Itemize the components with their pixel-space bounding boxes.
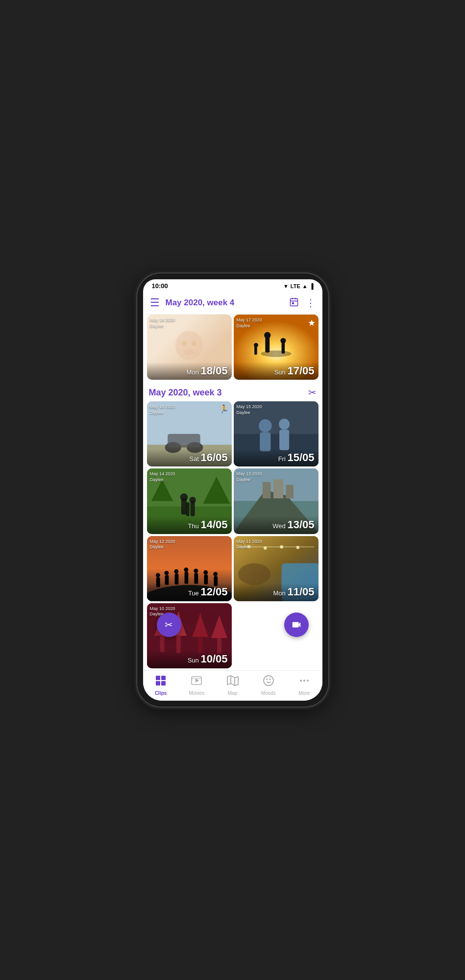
svg-point-48 — [164, 570, 169, 575]
week-title-header: May 2020, week 4 — [166, 298, 289, 308]
photo-card-thu-14[interactable]: May 14 2020 Daylee Thu 14/05 — [147, 468, 232, 534]
svg-point-52 — [184, 567, 188, 572]
svg-rect-51 — [174, 573, 178, 584]
photo-card-mon-18[interactable]: May 18 2020 Daylee Mon 18/05 — [147, 315, 232, 380]
signal-icon: ▲ — [302, 283, 308, 289]
date-big: 11/05 — [287, 586, 314, 598]
calendar-icon[interactable] — [289, 297, 299, 309]
svg-point-54 — [194, 568, 198, 573]
phone-screen: ☰ May 2020, week 4 ⋮ — [143, 292, 322, 700]
day-label: Mon — [273, 589, 286, 597]
nav-moods[interactable]: Moods — [250, 675, 286, 696]
status-icons: ▼ LTE ▲ ▐ — [283, 283, 314, 289]
day-label: Fri — [278, 455, 286, 463]
nav-movies[interactable]: Movies — [179, 675, 215, 696]
photo-meta-sun-17: May 17 2020 Daylee — [237, 318, 262, 329]
photo-card-sun-17[interactable]: ★ May 17 2020 Daylee Sun 17/05 — [234, 315, 318, 380]
svg-point-66 — [296, 545, 299, 549]
movies-label: Movies — [189, 690, 204, 696]
top-bar-icons: ⋮ — [289, 297, 316, 309]
date-big: 17/05 — [287, 365, 314, 377]
svg-point-26 — [279, 419, 290, 430]
clips-icon — [155, 675, 167, 689]
week3-header: May 2020, week 3 ✂ — [147, 382, 318, 401]
more-icon — [298, 675, 310, 689]
svg-point-87 — [303, 680, 305, 682]
fab-scissors-button[interactable]: ✂ — [157, 612, 181, 637]
top-bar: ☰ May 2020, week 4 ⋮ — [143, 292, 322, 315]
date-big: 10/05 — [200, 653, 227, 665]
wifi-icon: ▼ — [283, 283, 289, 289]
map-icon — [227, 675, 239, 689]
week3-title: May 2020, week 3 — [149, 388, 222, 398]
moods-label: Moods — [261, 690, 276, 696]
bottom-nav: Clips Movies — [143, 670, 322, 701]
day-label: Sat — [189, 455, 199, 463]
status-time: 10:00 — [152, 282, 168, 290]
nav-more[interactable]: More — [286, 675, 322, 696]
svg-point-88 — [307, 680, 309, 682]
lte-label: LTE — [291, 283, 300, 289]
photo-meta-fri-15: May 15 2020 Daylee — [237, 404, 262, 416]
svg-rect-36 — [186, 506, 189, 516]
photo-card-fri-15[interactable]: May 15 2020 Daylee Fri 15/05 — [234, 401, 318, 466]
date-big: 14/05 — [200, 518, 227, 531]
svg-rect-27 — [279, 430, 289, 450]
photo-label-mon-18: Mon 18/05 — [147, 362, 232, 380]
photo-card-sun-10[interactable]: May 10 2020 Daylee Sun 10/05 — [147, 603, 232, 668]
week4-photo-grid: May 18 2020 Daylee Mon 18/05 — [147, 315, 318, 380]
nav-map[interactable]: Map — [215, 675, 250, 696]
svg-point-16 — [254, 343, 258, 347]
svg-point-83 — [264, 676, 273, 686]
svg-point-84 — [266, 678, 268, 680]
svg-rect-42 — [273, 480, 283, 499]
svg-point-24 — [259, 419, 272, 433]
svg-rect-4 — [292, 303, 294, 304]
menu-icon[interactable]: ☰ — [150, 296, 160, 309]
svg-point-65 — [280, 545, 283, 548]
svg-rect-76 — [161, 681, 166, 686]
week3-scissors-icon[interactable]: ✂ — [308, 387, 317, 398]
photo-card-tue-12[interactable]: May 12 2020 Daylee Tue 12/05 — [147, 536, 232, 601]
svg-rect-15 — [254, 346, 257, 355]
status-bar: 10:00 ▼ LTE ▲ ▐ — [143, 279, 322, 292]
photo-meta-tue-12: May 12 2020 Daylee — [150, 539, 175, 550]
battery-icon: ▐ — [310, 283, 314, 289]
svg-point-5 — [175, 331, 203, 360]
movies-icon — [191, 675, 202, 689]
photo-label-wed-13: Wed 13/05 — [234, 516, 318, 534]
date-big: 15/05 — [287, 451, 314, 464]
phone-frame: 10:00 ▼ LTE ▲ ▐ ☰ May 2020, week 4 — [137, 273, 328, 706]
svg-point-64 — [263, 546, 267, 550]
date-big: 13/05 — [287, 518, 314, 531]
svg-rect-41 — [262, 482, 270, 498]
svg-point-56 — [203, 570, 208, 574]
svg-rect-11 — [265, 337, 269, 353]
photo-card-sat-16[interactable]: 🏃 May 16 2020 Daylee Sat 16/05 — [147, 401, 232, 466]
photo-card-wed-13[interactable]: May 13 2020 Daylee Wed 13/05 — [234, 468, 318, 534]
svg-marker-78 — [196, 679, 199, 683]
activity-icon-sat-16: 🏃 — [219, 404, 229, 414]
map-label: Map — [228, 690, 237, 696]
svg-rect-69 — [160, 636, 164, 652]
svg-point-7 — [192, 341, 196, 346]
svg-point-37 — [185, 502, 190, 507]
fab-video-button[interactable] — [284, 612, 309, 637]
svg-point-67 — [238, 563, 270, 585]
photo-label-sun-17: Sun 17/05 — [234, 362, 318, 380]
photo-meta-mon-18: May 18 2020 Daylee — [150, 318, 175, 329]
date-big: 12/05 — [200, 586, 227, 598]
svg-rect-13 — [281, 342, 285, 354]
day-label: Wed — [272, 522, 286, 530]
overflow-menu-icon[interactable]: ⋮ — [306, 297, 316, 309]
photo-card-mon-11[interactable]: May 11 2020 Daylee Mon 11/05 — [234, 536, 318, 601]
svg-point-6 — [182, 341, 187, 346]
svg-point-50 — [174, 569, 178, 573]
svg-point-12 — [264, 332, 270, 339]
svg-rect-0 — [290, 298, 297, 306]
nav-clips[interactable]: Clips — [143, 675, 179, 696]
date-big: 16/05 — [200, 451, 227, 464]
svg-rect-75 — [156, 681, 160, 686]
svg-point-14 — [280, 338, 286, 343]
scroll-content: May 18 2020 Daylee Mon 18/05 — [143, 315, 322, 670]
